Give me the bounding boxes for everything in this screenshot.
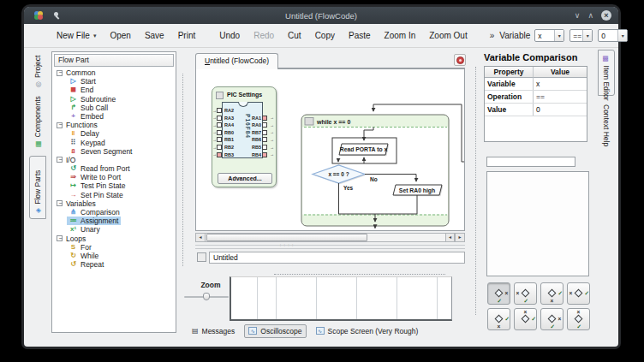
- close-document-button[interactable]: [454, 54, 466, 66]
- scrollbar-thumb[interactable]: [206, 234, 367, 241]
- pin-icon[interactable]: [52, 11, 61, 20]
- advanced-button[interactable]: Advanced...: [218, 173, 272, 184]
- item-editor-input[interactable]: [486, 157, 575, 167]
- tree-item-subroutine[interactable]: ▷Subroutine: [52, 95, 176, 104]
- redo-button[interactable]: Redo: [247, 28, 281, 43]
- pin-rb5[interactable]: [262, 145, 267, 150]
- zoom-slider-thumb[interactable]: [203, 293, 210, 300]
- combo-dropdown-icon[interactable]: ▾: [554, 30, 564, 41]
- right-tab-context-help[interactable]: Context Help: [598, 99, 615, 147]
- tree-item-set-pin-state[interactable]: →Set Pin State: [52, 191, 176, 199]
- tree-item-assignment[interactable]: ≔Assignment: [52, 217, 176, 225]
- pic-settings-panel[interactable]: PIC Settings P16F84 →RA2→RA3RA1→→RA4RA0→…: [212, 86, 277, 187]
- toolbar-overflow-chevron[interactable]: »: [485, 31, 500, 40]
- maximize-icon[interactable]: ∧: [587, 11, 593, 20]
- new-file-button[interactable]: New File▾: [50, 28, 103, 43]
- tree-item-variables[interactable]: Variables: [52, 199, 176, 208]
- tree-item-sub-call[interactable]: ↱Sub Call: [52, 104, 176, 112]
- sidebar-tab-project[interactable]: ◎Project: [29, 51, 46, 92]
- cut-button[interactable]: Cut: [281, 28, 308, 43]
- tab-oscilloscope[interactable]: ∿Oscilloscope: [244, 324, 306, 338]
- decision-x-left-check-bottom-button[interactable]: ×✓: [514, 282, 537, 305]
- tree-item-read-from-port[interactable]: ↺Read from Port: [52, 164, 176, 173]
- paste-button[interactable]: Paste: [342, 28, 378, 43]
- tree-item-i-o[interactable]: I/O: [52, 156, 176, 164]
- tree-item-for[interactable]: SFor: [52, 243, 176, 252]
- pin-ra0[interactable]: [262, 122, 267, 128]
- document-tab[interactable]: Untitled (FlowCode): [195, 53, 278, 69]
- tree-item-while[interactable]: ↻While: [52, 252, 176, 260]
- scroll-left-icon[interactable]: ◂: [196, 234, 206, 241]
- flowchart-canvas[interactable]: while x == 0 Read PORTA to x x == 0 ?: [195, 68, 465, 231]
- operation-combo[interactable]: ==▾: [569, 29, 593, 42]
- collapse-loop-button[interactable]: [305, 118, 313, 126]
- expander-icon[interactable]: [57, 200, 63, 206]
- decision-horiz-check-right-x-bottom-button[interactable]: ×✓: [487, 308, 510, 330]
- undo-button[interactable]: Undo: [212, 28, 247, 43]
- pin-ra4[interactable]: [217, 122, 222, 128]
- pin-ra3[interactable]: [217, 116, 222, 121]
- tree-item-unary[interactable]: x¹Unary: [52, 225, 176, 234]
- tree-item-write-to-port[interactable]: ⇒Write to Port: [52, 173, 176, 181]
- decision-x-left-check-right-button[interactable]: ×✓: [567, 282, 590, 305]
- tab-messages[interactable]: ▤Messages: [188, 325, 238, 337]
- tree-item-end[interactable]: ◼End: [52, 86, 176, 94]
- tree-item-embed[interactable]: +Embed: [52, 112, 176, 121]
- tree-item-seven-segment[interactable]: 8Seven Segment: [52, 147, 176, 156]
- save-button[interactable]: Save: [138, 28, 171, 43]
- expander-icon[interactable]: [57, 235, 63, 241]
- value-combo[interactable]: 0▾: [598, 29, 628, 42]
- tree-item-comparison[interactable]: ⋔Comparison: [52, 208, 176, 217]
- pin-rb2[interactable]: [217, 145, 222, 150]
- tree-item-functions[interactable]: Functions: [52, 121, 176, 129]
- expander-icon[interactable]: [57, 122, 63, 128]
- zoom-in-button[interactable]: Zoom In: [378, 28, 423, 43]
- tree-item-start[interactable]: ▷Start: [52, 77, 176, 86]
- minimize-icon[interactable]: ∨: [575, 11, 581, 20]
- scroll-left-icon-2[interactable]: ◂: [445, 234, 455, 241]
- pin-rb0[interactable]: [217, 130, 222, 135]
- tree-item-repeat[interactable]: ↺Repeat: [52, 260, 176, 269]
- combo-dropdown-icon[interactable]: ▾: [582, 30, 592, 41]
- open-button[interactable]: Open: [103, 28, 137, 43]
- expander-icon[interactable]: [57, 157, 63, 163]
- right-tab-item-editor[interactable]: ▩Item Editor: [598, 50, 615, 96]
- canvas-hscrollbar[interactable]: ◂ ◂ ▸: [195, 233, 465, 242]
- decision-horiz-x-right-check-bottom-button[interactable]: ×✓: [540, 308, 564, 330]
- decision-x-top-check-bottom-button[interactable]: ×✓: [567, 308, 590, 330]
- tree-item-common[interactable]: Common: [52, 68, 176, 77]
- copy-button[interactable]: Copy: [308, 28, 342, 43]
- decision-x-top-check-right-button[interactable]: ×✓: [514, 308, 537, 330]
- left-splitter[interactable]: [182, 74, 183, 266]
- expander-icon[interactable]: [57, 70, 63, 76]
- tree-item-keypad[interactable]: ⠿Keypad: [52, 139, 176, 147]
- property-value[interactable]: 0: [534, 104, 587, 116]
- pin-ra2[interactable]: [217, 108, 222, 113]
- dropdown-caret-icon[interactable]: ▾: [93, 33, 97, 39]
- pin-rb3[interactable]: [217, 152, 222, 157]
- pin-rb4[interactable]: [262, 152, 267, 157]
- print-button[interactable]: Print: [171, 28, 203, 43]
- close-icon[interactable]: ×: [601, 10, 611, 21]
- combo-dropdown-icon[interactable]: ▾: [617, 30, 627, 41]
- set-ra0-shape[interactable]: Set RA0 high: [393, 185, 443, 196]
- pic-settings-checkbox[interactable]: [216, 92, 224, 99]
- pin-rb7[interactable]: [262, 130, 267, 135]
- zoom-slider[interactable]: [184, 293, 229, 301]
- read-porta-shape[interactable]: Read PORTA to x: [339, 144, 389, 156]
- variable-combo[interactable]: x▾: [534, 29, 564, 42]
- pin-ra1[interactable]: [262, 116, 267, 121]
- macro-checkbox[interactable]: [197, 252, 206, 262]
- decision-check-right-x-bottom-button[interactable]: ×✓: [540, 282, 564, 305]
- scroll-right-icon[interactable]: ▸: [455, 234, 464, 241]
- property-value[interactable]: ==: [534, 91, 587, 103]
- sidebar-tab-components[interactable]: ▦Components: [29, 96, 46, 152]
- pin-rb1[interactable]: [217, 137, 222, 142]
- right-splitter[interactable]: [475, 67, 476, 315]
- tab-scope-screen-very-rough-[interactable]: ∿Scope Screen (Very Rough): [313, 325, 422, 337]
- tree-item-test-pin-state[interactable]: ↦Test Pin State: [52, 181, 176, 190]
- decision-x-right-check-bottom-button[interactable]: ×✓: [487, 282, 510, 305]
- tree-item-loops[interactable]: Loops: [52, 234, 176, 243]
- tree-item-delay[interactable]: ‖Delay: [52, 129, 176, 138]
- sidebar-tab-flow-parts[interactable]: ◈Flow Parts: [29, 156, 46, 219]
